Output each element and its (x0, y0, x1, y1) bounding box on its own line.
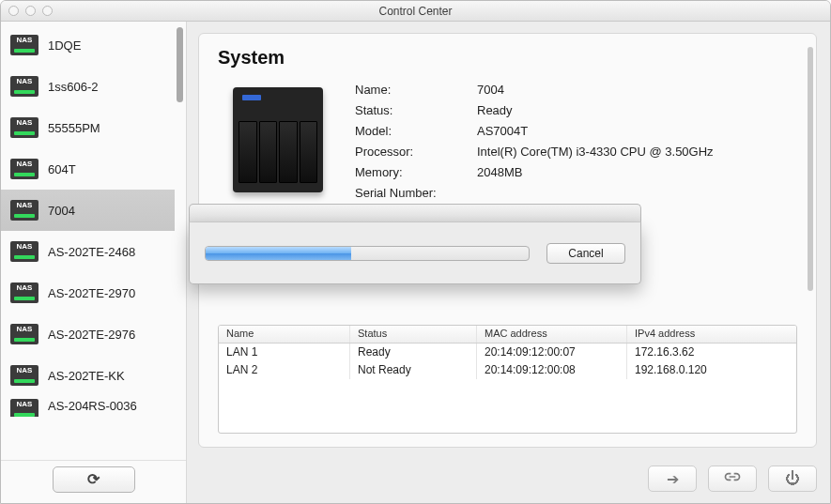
nas-icon (10, 283, 38, 303)
nas-icon (10, 76, 38, 97)
sidebar-item-label: AS-204RS-0036 (48, 399, 137, 413)
sidebar-scrollbar[interactable] (177, 27, 183, 102)
zoom-window-button[interactable] (42, 6, 53, 16)
sidebar-item-label: AS-202TE-2976 (48, 328, 135, 342)
nas-device-image (218, 80, 338, 200)
sidebar: 1DQE 1ss606-2 55555PM 604T 7004 (1, 22, 187, 503)
cancel-button[interactable]: Cancel (546, 243, 625, 264)
network-table: Name Status MAC address IPv4 address LAN… (218, 325, 797, 434)
action-bar: ➔ ⏻ (648, 460, 817, 497)
system-row-processor: Processor:Intel(R) Core(TM) i3-4330 CPU … (355, 142, 714, 162)
sidebar-item-label: 55555PM (48, 121, 100, 135)
system-row-memory: Memory:2048MB (355, 162, 714, 183)
sidebar-item-604t[interactable]: 604T (1, 148, 175, 190)
sidebar-item-label: 1DQE (48, 38, 81, 53)
sidebar-item-label: AS-202TE-2970 (48, 286, 135, 300)
minimize-window-button[interactable] (25, 6, 36, 16)
dialog-titlebar[interactable] (189, 204, 641, 222)
sidebar-item-as-202te-kk[interactable]: AS-202TE-KK (1, 355, 175, 396)
app-window: Control Center 1DQE 1ss606-2 55555PM (0, 0, 831, 504)
link-button[interactable] (708, 466, 757, 492)
table-row[interactable]: LAN 1 Ready 20:14:09:12:00:07 172.16.3.6… (219, 344, 796, 361)
sidebar-item-55555pm[interactable]: 55555PM (1, 107, 175, 148)
close-window-button[interactable] (8, 6, 19, 16)
col-header-status[interactable]: Status (350, 326, 477, 343)
col-header-mac[interactable]: MAC address (477, 326, 627, 343)
power-icon: ⏻ (785, 470, 800, 487)
connect-button[interactable]: ➔ (648, 466, 697, 492)
system-row-status: Status:Ready (355, 100, 714, 121)
arrow-right-icon: ➔ (667, 470, 679, 488)
progress-bar (205, 246, 530, 261)
sidebar-item-label: 7004 (48, 204, 75, 218)
sidebar-item-as-202te-2970[interactable]: AS-202TE-2970 (1, 272, 175, 313)
nas-icon (10, 159, 38, 179)
nas-icon (10, 399, 38, 417)
system-row-serial: Serial Number: (355, 183, 714, 204)
nas-icon (10, 324, 38, 344)
table-header: Name Status MAC address IPv4 address (219, 326, 796, 344)
progress-fill (206, 247, 351, 260)
system-heading: System (218, 47, 797, 69)
panel-scrollbar[interactable] (808, 47, 813, 291)
progress-dialog: Cancel (189, 204, 641, 284)
sidebar-item-label: 1ss606-2 (48, 80, 98, 94)
nas-icon (10, 241, 38, 262)
link-icon (723, 470, 742, 487)
window-title: Control Center (1, 5, 830, 18)
col-header-ip[interactable]: IPv4 address (627, 326, 796, 343)
titlebar: Control Center (1, 1, 830, 22)
nas-icon (10, 35, 38, 55)
sidebar-item-label: AS-202TE-KK (48, 369, 125, 383)
sidebar-item-7004[interactable]: 7004 (1, 190, 175, 231)
nas-icon (10, 117, 38, 138)
device-list: 1DQE 1ss606-2 55555PM 604T 7004 (1, 24, 175, 454)
nas-icon (10, 365, 38, 386)
sidebar-item-as-202te-2468[interactable]: AS-202TE-2468 (1, 231, 175, 272)
col-header-name[interactable]: Name (219, 326, 350, 343)
system-row-name: Name:7004 (355, 80, 714, 100)
window-controls (8, 6, 53, 16)
sidebar-item-as-204rs-0036[interactable]: AS-204RS-0036 (1, 396, 175, 417)
system-row-model: Model:AS7004T (355, 121, 714, 142)
refresh-icon: ⟳ (87, 470, 100, 488)
sidebar-item-1ss606-2[interactable]: 1ss606-2 (1, 66, 175, 107)
table-row[interactable]: LAN 2 Not Ready 20:14:09:12:00:08 192.16… (219, 361, 796, 379)
power-button[interactable]: ⏻ (768, 466, 817, 492)
sidebar-item-label: AS-202TE-2468 (48, 245, 135, 259)
sidebar-item-as-202te-2976[interactable]: AS-202TE-2976 (1, 313, 175, 355)
sidebar-item-label: 604T (48, 162, 76, 176)
refresh-button[interactable]: ⟳ (53, 466, 135, 493)
sidebar-item-1dqe[interactable]: 1DQE (1, 24, 175, 66)
nas-icon (10, 200, 38, 221)
